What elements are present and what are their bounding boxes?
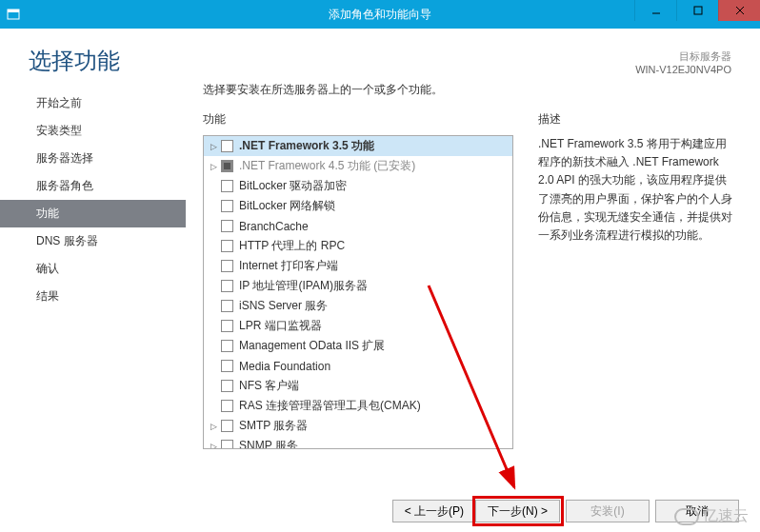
wizard-step: DNS 服务器 [0,227,186,255]
expand-icon[interactable]: ▷ [208,441,219,450]
expand-icon [208,321,219,332]
page-title: 选择功能 [29,46,120,76]
page-header: 选择功能 目标服务器 WIN-V12EJ0NV4PO [0,29,760,82]
feature-checkbox[interactable] [221,140,233,152]
feature-item[interactable]: LPR 端口监视器 [204,316,512,336]
feature-label: SMTP 服务器 [239,418,308,434]
feature-item[interactable]: BitLocker 网络解锁 [204,196,512,216]
next-button[interactable]: 下一步(N) > [476,500,560,522]
feature-checkbox[interactable] [221,180,233,192]
description-heading: 描述 [538,111,733,128]
wizard-footer: < 上一步(P) 下一步(N) > 安装(I) 取消 [392,500,760,522]
feature-checkbox[interactable] [221,200,233,212]
feature-label: Media Foundation [239,360,330,373]
feature-label: BranchCache [239,220,309,233]
feature-item[interactable]: BitLocker 驱动器加密 [204,176,512,196]
expand-icon [208,301,219,312]
wizard-step[interactable]: 安装类型 [0,117,186,145]
expand-icon [208,341,219,352]
titlebar: 添加角色和功能向导 [0,0,760,29]
feature-label: BitLocker 驱动器加密 [239,178,347,194]
feature-label: iSNS Server 服务 [239,298,328,314]
feature-checkbox[interactable] [221,160,233,172]
feature-checkbox[interactable] [221,400,233,412]
expand-icon [208,221,219,232]
expand-icon [208,361,219,372]
feature-item[interactable]: RAS 连接管理器管理工具包(CMAK) [204,396,512,416]
feature-item[interactable]: Management OData IIS 扩展 [204,336,512,356]
feature-checkbox[interactable] [221,260,233,272]
app-icon [0,8,27,21]
feature-checkbox[interactable] [221,220,233,232]
expand-icon[interactable]: ▷ [208,141,219,152]
svg-rect-1 [8,10,19,12]
feature-label: BitLocker 网络解锁 [239,198,335,214]
feature-item[interactable]: ▷SNMP 服务 [204,436,512,449]
features-heading: 功能 [203,111,513,128]
feature-checkbox[interactable] [221,280,233,292]
feature-checkbox[interactable] [221,320,233,332]
maximize-button[interactable] [676,0,718,21]
svg-rect-3 [694,7,702,14]
expand-icon [208,401,219,412]
feature-item[interactable]: NFS 客户端 [204,376,512,396]
expand-icon[interactable]: ▷ [208,421,219,432]
feature-item[interactable]: iSNS Server 服务 [204,296,512,316]
feature-label: Internet 打印客户端 [239,258,338,274]
target-server-value: WIN-V12EJ0NV4PO [635,64,731,75]
target-server-info: 目标服务器 WIN-V12EJ0NV4PO [635,49,731,75]
feature-label: LPR 端口监视器 [239,318,322,334]
feature-label: SNMP 服务 [239,438,298,449]
expand-icon [208,261,219,272]
feature-item[interactable]: ▷SMTP 服务器 [204,416,512,436]
expand-icon [208,381,219,392]
feature-checkbox[interactable] [221,380,233,392]
window-title: 添加角色和功能向导 [329,7,431,23]
feature-label: RAS 连接管理器管理工具包(CMAK) [239,398,421,414]
expand-icon [208,281,219,292]
cancel-button[interactable]: 取消 [655,500,739,522]
install-button[interactable]: 安装(I) [566,500,650,522]
feature-item[interactable]: Internet 打印客户端 [204,256,512,276]
instruction-text: 选择要安装在所选服务器上的一个或多个功能。 [203,82,733,98]
feature-item[interactable]: HTTP 代理上的 RPC [204,236,512,256]
wizard-step[interactable]: 开始之前 [0,89,186,117]
target-server-label: 目标服务器 [635,49,731,64]
feature-label: NFS 客户端 [239,378,299,394]
wizard-step[interactable]: 功能 [0,200,186,227]
expand-icon [208,241,219,252]
feature-label: .NET Framework 4.5 功能 (已安装) [239,158,415,174]
feature-checkbox[interactable] [221,360,233,372]
feature-label: Management OData IIS 扩展 [239,338,385,354]
wizard-steps-sidebar: 开始之前安装类型服务器选择服务器角色功能DNS 服务器确认结果 [0,82,186,449]
wizard-step[interactable]: 服务器选择 [0,145,186,172]
expand-icon[interactable]: ▷ [208,161,219,172]
feature-item[interactable]: ▷.NET Framework 4.5 功能 (已安装) [204,156,512,176]
wizard-step: 确认 [0,255,186,283]
description-text: .NET Framework 3.5 将用于构建应用程序的新技术融入 .NET … [538,135,733,245]
wizard-step[interactable]: 服务器角色 [0,172,186,200]
feature-label: .NET Framework 3.5 功能 [239,138,374,154]
feature-item[interactable]: IP 地址管理(IPAM)服务器 [204,276,512,296]
feature-checkbox[interactable] [221,340,233,352]
feature-item[interactable]: Media Foundation [204,356,512,376]
feature-checkbox[interactable] [221,300,233,312]
feature-checkbox[interactable] [221,240,233,252]
features-listbox[interactable]: ▷.NET Framework 3.5 功能▷.NET Framework 4.… [203,135,513,449]
feature-item[interactable]: BranchCache [204,216,512,236]
expand-icon [208,181,219,192]
feature-checkbox[interactable] [221,420,233,432]
expand-icon [208,201,219,212]
minimize-button[interactable] [634,0,676,21]
feature-label: HTTP 代理上的 RPC [239,238,345,254]
wizard-step: 结果 [0,283,186,310]
prev-button[interactable]: < 上一步(P) [392,500,476,522]
feature-item[interactable]: ▷.NET Framework 3.5 功能 [204,136,512,156]
feature-checkbox[interactable] [221,440,233,449]
feature-label: IP 地址管理(IPAM)服务器 [239,278,368,294]
close-button[interactable] [718,0,760,21]
